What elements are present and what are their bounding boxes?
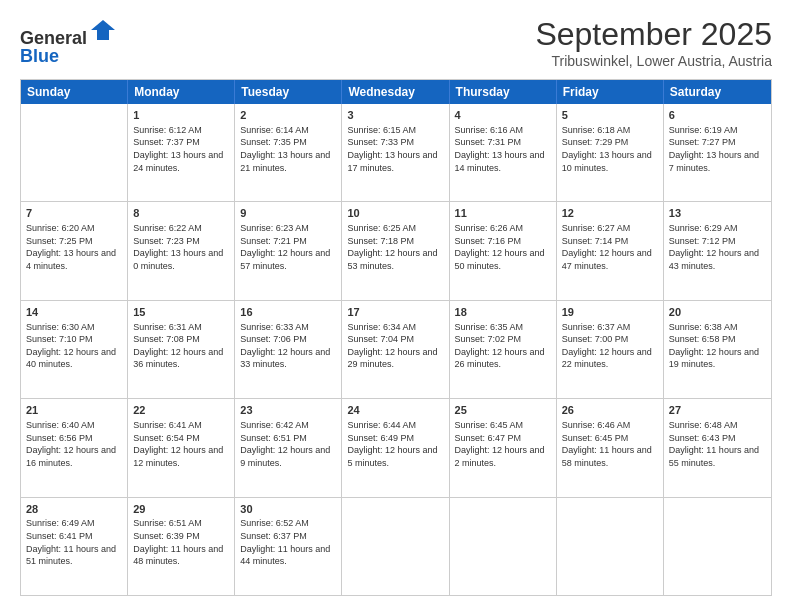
week-row-4: 21Sunrise: 6:40 AM Sunset: 6:56 PM Dayli… <box>21 399 771 497</box>
day-number: 26 <box>562 403 658 418</box>
day-number: 14 <box>26 305 122 320</box>
day-number: 1 <box>133 108 229 123</box>
day-cell-9: 9Sunrise: 6:23 AM Sunset: 7:21 PM Daylig… <box>235 202 342 299</box>
day-number: 23 <box>240 403 336 418</box>
weekday-header-friday: Friday <box>557 80 664 104</box>
day-info: Sunrise: 6:49 AM Sunset: 6:41 PM Dayligh… <box>26 517 122 567</box>
empty-cell <box>342 498 449 595</box>
day-cell-6: 6Sunrise: 6:19 AM Sunset: 7:27 PM Daylig… <box>664 104 771 201</box>
day-info: Sunrise: 6:26 AM Sunset: 7:16 PM Dayligh… <box>455 222 551 272</box>
day-number: 27 <box>669 403 766 418</box>
day-info: Sunrise: 6:19 AM Sunset: 7:27 PM Dayligh… <box>669 124 766 174</box>
day-cell-14: 14Sunrise: 6:30 AM Sunset: 7:10 PM Dayli… <box>21 301 128 398</box>
week-row-2: 7Sunrise: 6:20 AM Sunset: 7:25 PM Daylig… <box>21 202 771 300</box>
empty-cell <box>21 104 128 201</box>
day-info: Sunrise: 6:42 AM Sunset: 6:51 PM Dayligh… <box>240 419 336 469</box>
day-cell-2: 2Sunrise: 6:14 AM Sunset: 7:35 PM Daylig… <box>235 104 342 201</box>
weekday-header-wednesday: Wednesday <box>342 80 449 104</box>
day-number: 21 <box>26 403 122 418</box>
day-info: Sunrise: 6:35 AM Sunset: 7:02 PM Dayligh… <box>455 321 551 371</box>
day-info: Sunrise: 6:27 AM Sunset: 7:14 PM Dayligh… <box>562 222 658 272</box>
day-number: 11 <box>455 206 551 221</box>
day-number: 7 <box>26 206 122 221</box>
day-number: 24 <box>347 403 443 418</box>
day-info: Sunrise: 6:20 AM Sunset: 7:25 PM Dayligh… <box>26 222 122 272</box>
logo-text: General <box>20 16 117 50</box>
empty-cell <box>450 498 557 595</box>
day-number: 9 <box>240 206 336 221</box>
day-number: 6 <box>669 108 766 123</box>
day-number: 12 <box>562 206 658 221</box>
day-number: 15 <box>133 305 229 320</box>
day-number: 17 <box>347 305 443 320</box>
calendar: SundayMondayTuesdayWednesdayThursdayFrid… <box>20 79 772 596</box>
day-cell-22: 22Sunrise: 6:41 AM Sunset: 6:54 PM Dayli… <box>128 399 235 496</box>
day-cell-21: 21Sunrise: 6:40 AM Sunset: 6:56 PM Dayli… <box>21 399 128 496</box>
day-cell-7: 7Sunrise: 6:20 AM Sunset: 7:25 PM Daylig… <box>21 202 128 299</box>
day-number: 4 <box>455 108 551 123</box>
day-cell-20: 20Sunrise: 6:38 AM Sunset: 6:58 PM Dayli… <box>664 301 771 398</box>
svg-marker-0 <box>91 20 115 40</box>
day-cell-8: 8Sunrise: 6:22 AM Sunset: 7:23 PM Daylig… <box>128 202 235 299</box>
day-info: Sunrise: 6:46 AM Sunset: 6:45 PM Dayligh… <box>562 419 658 469</box>
day-cell-16: 16Sunrise: 6:33 AM Sunset: 7:06 PM Dayli… <box>235 301 342 398</box>
day-number: 13 <box>669 206 766 221</box>
day-info: Sunrise: 6:29 AM Sunset: 7:12 PM Dayligh… <box>669 222 766 272</box>
day-cell-4: 4Sunrise: 6:16 AM Sunset: 7:31 PM Daylig… <box>450 104 557 201</box>
weekday-header-monday: Monday <box>128 80 235 104</box>
day-cell-30: 30Sunrise: 6:52 AM Sunset: 6:37 PM Dayli… <box>235 498 342 595</box>
day-info: Sunrise: 6:41 AM Sunset: 6:54 PM Dayligh… <box>133 419 229 469</box>
day-cell-11: 11Sunrise: 6:26 AM Sunset: 7:16 PM Dayli… <box>450 202 557 299</box>
day-cell-12: 12Sunrise: 6:27 AM Sunset: 7:14 PM Dayli… <box>557 202 664 299</box>
day-number: 18 <box>455 305 551 320</box>
day-cell-5: 5Sunrise: 6:18 AM Sunset: 7:29 PM Daylig… <box>557 104 664 201</box>
day-number: 8 <box>133 206 229 221</box>
day-cell-1: 1Sunrise: 6:12 AM Sunset: 7:37 PM Daylig… <box>128 104 235 201</box>
day-info: Sunrise: 6:44 AM Sunset: 6:49 PM Dayligh… <box>347 419 443 469</box>
logo: General Blue <box>20 16 117 67</box>
day-number: 3 <box>347 108 443 123</box>
day-info: Sunrise: 6:51 AM Sunset: 6:39 PM Dayligh… <box>133 517 229 567</box>
week-row-3: 14Sunrise: 6:30 AM Sunset: 7:10 PM Dayli… <box>21 301 771 399</box>
day-number: 20 <box>669 305 766 320</box>
day-cell-18: 18Sunrise: 6:35 AM Sunset: 7:02 PM Dayli… <box>450 301 557 398</box>
day-cell-26: 26Sunrise: 6:46 AM Sunset: 6:45 PM Dayli… <box>557 399 664 496</box>
day-cell-27: 27Sunrise: 6:48 AM Sunset: 6:43 PM Dayli… <box>664 399 771 496</box>
day-cell-25: 25Sunrise: 6:45 AM Sunset: 6:47 PM Dayli… <box>450 399 557 496</box>
day-cell-13: 13Sunrise: 6:29 AM Sunset: 7:12 PM Dayli… <box>664 202 771 299</box>
weekday-header-saturday: Saturday <box>664 80 771 104</box>
day-cell-24: 24Sunrise: 6:44 AM Sunset: 6:49 PM Dayli… <box>342 399 449 496</box>
day-info: Sunrise: 6:14 AM Sunset: 7:35 PM Dayligh… <box>240 124 336 174</box>
empty-cell <box>557 498 664 595</box>
day-number: 28 <box>26 502 122 517</box>
day-cell-3: 3Sunrise: 6:15 AM Sunset: 7:33 PM Daylig… <box>342 104 449 201</box>
day-info: Sunrise: 6:38 AM Sunset: 6:58 PM Dayligh… <box>669 321 766 371</box>
day-info: Sunrise: 6:48 AM Sunset: 6:43 PM Dayligh… <box>669 419 766 469</box>
weekday-header-tuesday: Tuesday <box>235 80 342 104</box>
day-number: 29 <box>133 502 229 517</box>
day-info: Sunrise: 6:45 AM Sunset: 6:47 PM Dayligh… <box>455 419 551 469</box>
day-number: 16 <box>240 305 336 320</box>
day-cell-17: 17Sunrise: 6:34 AM Sunset: 7:04 PM Dayli… <box>342 301 449 398</box>
header: General Blue September 2025 Tribuswinkel… <box>20 16 772 69</box>
month-title: September 2025 <box>535 16 772 53</box>
day-info: Sunrise: 6:40 AM Sunset: 6:56 PM Dayligh… <box>26 419 122 469</box>
day-cell-19: 19Sunrise: 6:37 AM Sunset: 7:00 PM Dayli… <box>557 301 664 398</box>
calendar-body: 1Sunrise: 6:12 AM Sunset: 7:37 PM Daylig… <box>21 104 771 595</box>
day-info: Sunrise: 6:18 AM Sunset: 7:29 PM Dayligh… <box>562 124 658 174</box>
day-info: Sunrise: 6:31 AM Sunset: 7:08 PM Dayligh… <box>133 321 229 371</box>
location-subtitle: Tribuswinkel, Lower Austria, Austria <box>535 53 772 69</box>
day-cell-15: 15Sunrise: 6:31 AM Sunset: 7:08 PM Dayli… <box>128 301 235 398</box>
day-info: Sunrise: 6:15 AM Sunset: 7:33 PM Dayligh… <box>347 124 443 174</box>
day-info: Sunrise: 6:33 AM Sunset: 7:06 PM Dayligh… <box>240 321 336 371</box>
title-area: September 2025 Tribuswinkel, Lower Austr… <box>535 16 772 69</box>
day-number: 10 <box>347 206 443 221</box>
day-cell-23: 23Sunrise: 6:42 AM Sunset: 6:51 PM Dayli… <box>235 399 342 496</box>
day-cell-10: 10Sunrise: 6:25 AM Sunset: 7:18 PM Dayli… <box>342 202 449 299</box>
day-info: Sunrise: 6:30 AM Sunset: 7:10 PM Dayligh… <box>26 321 122 371</box>
weekday-header-sunday: Sunday <box>21 80 128 104</box>
day-info: Sunrise: 6:23 AM Sunset: 7:21 PM Dayligh… <box>240 222 336 272</box>
calendar-header: SundayMondayTuesdayWednesdayThursdayFrid… <box>21 80 771 104</box>
empty-cell <box>664 498 771 595</box>
page: General Blue September 2025 Tribuswinkel… <box>0 0 792 612</box>
